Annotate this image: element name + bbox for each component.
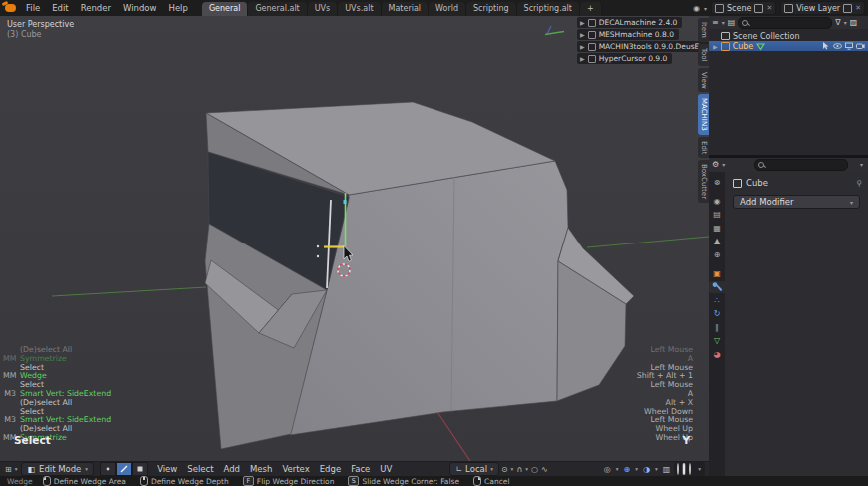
selectable-icon[interactable]	[822, 42, 830, 50]
add-modifier-button[interactable]: Add Modifier ▾	[733, 195, 860, 209]
tab-object[interactable]: ▣	[710, 267, 724, 279]
chevron-down-icon[interactable]: ▾	[14, 466, 19, 472]
addon-panel-header[interactable]: ▶ HyperCursor 0.9.0	[577, 53, 672, 64]
chevron-down-icon[interactable]: ▾	[844, 19, 847, 26]
vertex-dot[interactable]	[317, 255, 319, 257]
snap-magnet-icon[interactable]: ∩	[515, 465, 523, 474]
disable-render-camera-icon[interactable]	[856, 42, 865, 50]
tab-material[interactable]: ◕	[710, 348, 724, 360]
viewport-menu-item[interactable]: View	[152, 462, 182, 477]
properties-options-icon[interactable]: ▾	[860, 161, 863, 168]
sidebar-tab[interactable]: Item	[698, 18, 709, 42]
xray-toggle-icon[interactable]: ▥	[662, 465, 672, 474]
expand-arrow-icon[interactable]: ▶	[580, 55, 585, 62]
show-object-types-icon[interactable]: ◎	[603, 465, 612, 474]
chevron-down-icon[interactable]: ▾	[697, 466, 702, 472]
viewport-menu-item[interactable]: UV	[375, 462, 397, 477]
outliner-display-mode-icon[interactable]: ≡	[712, 18, 719, 27]
tab-output[interactable]: ▤	[710, 209, 724, 221]
expand-arrow-icon[interactable]: ▶	[580, 19, 585, 26]
workspace-tab[interactable]: Scripting	[466, 2, 517, 16]
tab-object-data[interactable]: ▽	[710, 335, 724, 347]
addon-panel-header[interactable]: ▶ MESHmachine 0.8.0	[577, 29, 679, 40]
viewport-menu-item[interactable]: Face	[346, 462, 375, 477]
hide-eye-icon[interactable]	[833, 42, 842, 50]
viewport-menu-item[interactable]: Mesh	[245, 462, 277, 477]
properties-search-input[interactable]	[754, 159, 848, 171]
proportional-editing-icon[interactable]: ○	[530, 465, 539, 474]
expand-arrow-icon[interactable]: ▶	[713, 43, 718, 50]
tab-world[interactable]: ⊕	[710, 248, 724, 260]
outliner-options-icon[interactable]: ▨	[850, 18, 858, 27]
tab-modifiers[interactable]	[709, 281, 725, 293]
sidebar-tab[interactable]: Tool	[698, 44, 709, 66]
workspace-tab[interactable]: +	[580, 2, 602, 16]
workspace-tab[interactable]: Scripting.alt	[517, 2, 580, 16]
chevron-down-icon[interactable]: ▾	[722, 161, 725, 168]
view-layer-selector[interactable]: View Layer ✕	[780, 1, 865, 15]
topbar-menu-item[interactable]: Window	[117, 0, 163, 16]
viewport-menu-item[interactable]: Select	[182, 462, 218, 477]
scene-selector[interactable]: Scene ✕	[711, 1, 776, 15]
sidebar-tab[interactable]: View	[698, 68, 709, 93]
mode-selector[interactable]: ◧ Edit Mode ▾	[21, 462, 94, 476]
chevron-down-icon[interactable]: ▾	[524, 466, 529, 472]
viewport-menu-item[interactable]: Vertex	[277, 462, 314, 477]
unlink-scene-icon[interactable]: ✕	[766, 4, 772, 12]
chevron-down-icon[interactable]: ▾	[722, 19, 725, 26]
topbar-menu-item[interactable]: File	[20, 0, 46, 16]
pivot-point-icon[interactable]: ⊙	[500, 465, 509, 474]
addon-icon[interactable]	[588, 55, 596, 63]
workspace-tab[interactable]: UVs.alt	[338, 2, 381, 16]
topbar-menu-item[interactable]: Edit	[46, 0, 74, 16]
topbar-menu-item[interactable]: Help	[162, 0, 193, 16]
transform-orientation[interactable]: ∟ Local ▾	[449, 462, 499, 476]
chevron-down-icon[interactable]: ▾	[634, 466, 639, 472]
addon-icon[interactable]	[588, 31, 596, 39]
breadcrumb-object-name[interactable]: Cube	[746, 178, 768, 188]
workspace-tab[interactable]: General.alt	[248, 2, 307, 16]
editor-type-icon[interactable]: ⊞	[4, 465, 13, 474]
properties-editor-icon[interactable]: ⚙	[712, 160, 719, 169]
edge-select-button[interactable]	[116, 462, 132, 476]
viewport-menu-item[interactable]: Edge	[315, 462, 346, 477]
face-select-button[interactable]	[132, 462, 148, 476]
pin-icon[interactable]: ⚲	[856, 179, 862, 188]
expand-arrow-icon[interactable]: ▶	[580, 31, 585, 38]
outliner-search-input[interactable]	[738, 17, 832, 29]
wireframe-shading-button[interactable]	[677, 464, 679, 474]
tab-view-layer[interactable]: ▦	[710, 222, 724, 234]
sidebar-tab[interactable]: Edit	[698, 137, 709, 159]
tab-tool[interactable]: ⊗	[710, 176, 724, 188]
tab-constraints[interactable]: ∥	[710, 321, 724, 333]
filter-collection-icon[interactable]: ▤	[728, 18, 736, 27]
tab-render[interactable]: ◉	[710, 195, 724, 207]
tab-scene[interactable]: ▲	[710, 236, 724, 247]
viewport-menu-item[interactable]: Add	[219, 462, 245, 477]
vertex-select-button[interactable]	[100, 462, 116, 476]
workspace-tab[interactable]: General	[202, 2, 249, 16]
topbar-menu-item[interactable]: Render	[75, 0, 117, 16]
expand-arrow-icon[interactable]: ▶	[580, 43, 585, 50]
cube-mesh[interactable]	[205, 102, 634, 449]
blender-logo-icon[interactable]	[5, 4, 16, 12]
overlays-toggle-icon[interactable]: ◑	[642, 465, 651, 474]
workspace-tab[interactable]: Material	[382, 2, 430, 16]
chevron-down-icon[interactable]: ▾	[615, 466, 620, 472]
filter-funnel-icon[interactable]: ∇	[835, 18, 840, 27]
addon-icon[interactable]	[588, 19, 596, 27]
3d-viewport[interactable]: User Perspective (3) Cube ▶ DECALmachine…	[0, 16, 709, 461]
new-scene-icon[interactable]	[754, 4, 763, 13]
tab-physics[interactable]: ↻	[710, 308, 724, 320]
falloff-curve-icon[interactable]: ∿	[540, 465, 549, 474]
sidebar-tab[interactable]: BoxCutter	[698, 160, 709, 203]
active-tool-icon[interactable]: ◉	[693, 4, 700, 13]
cube-object-row[interactable]: ▶ Cube	[709, 41, 868, 51]
material-shading-button[interactable]	[689, 464, 691, 474]
chevron-down-icon[interactable]: ▾	[510, 466, 515, 472]
solid-shading-button[interactable]	[682, 463, 686, 475]
sidebar-tab[interactable]: MACHIN3	[698, 94, 709, 135]
workspace-tab[interactable]: UVs	[308, 2, 339, 16]
tab-particles[interactable]: ∴	[710, 294, 724, 306]
workspace-tab[interactable]: World	[429, 2, 466, 16]
